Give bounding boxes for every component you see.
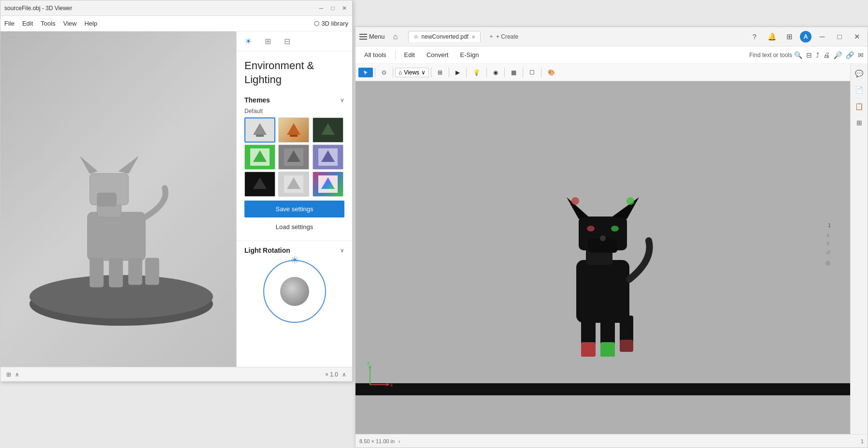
svg-rect-11 xyxy=(145,258,159,285)
theme-item-4[interactable] xyxy=(244,145,275,170)
user-avatar[interactable]: A xyxy=(800,31,811,43)
table-tab-icon[interactable]: ⊟ xyxy=(281,35,293,47)
model-tool-button[interactable]: ◉ xyxy=(489,67,502,78)
convert-button[interactable]: Convert xyxy=(422,49,454,60)
themes-section-header[interactable]: Themes ∨ xyxy=(244,96,344,104)
link-icon[interactable]: 🔗 xyxy=(846,51,854,59)
menu-tools[interactable]: Tools xyxy=(41,20,55,27)
all-tools-button[interactable]: All tools xyxy=(359,49,391,60)
window-controls: ─ □ ✕ xyxy=(317,4,348,12)
pdf-menu-button[interactable]: Menu xyxy=(359,33,385,40)
close-button[interactable]: ✕ xyxy=(341,4,348,12)
scroll-up-icon[interactable]: ∧ xyxy=(826,232,830,239)
menu-label: Menu xyxy=(369,33,385,40)
pdf-main-toolbar: All tools Edit Convert E-Sign Find text … xyxy=(356,46,868,64)
color-tool-button[interactable]: 🎨 xyxy=(543,67,559,78)
pdf-right-sidebar: 💬 📄 📋 ⊞ xyxy=(850,64,868,434)
3d-library-button[interactable]: ⬡ 3D library xyxy=(314,20,348,27)
save-settings-button[interactable]: Save settings xyxy=(244,201,344,217)
pdf-close-button[interactable]: ✕ xyxy=(850,30,864,43)
toolbar-separator xyxy=(395,50,396,60)
sun-tab-icon[interactable]: ☀ xyxy=(242,35,254,47)
pdf-maximize-button[interactable]: □ xyxy=(833,30,846,43)
apps-icon[interactable]: ⊞ xyxy=(783,30,796,43)
theme-item-7[interactable] xyxy=(244,172,275,197)
theme-item-3[interactable] xyxy=(313,117,343,143)
panel-tabs: ☀ ⊞ ⊟ xyxy=(237,31,352,51)
statusbar-icon: ⊞ xyxy=(6,371,11,378)
content-panel-icon[interactable]: 📋 xyxy=(853,100,866,113)
pdf-content-area: ⊙ ⌂ Views ∨ ⊞ ▶ 💡 ◉ ▦ ☐ xyxy=(356,64,868,434)
search-icon[interactable]: 🔍 xyxy=(794,51,802,59)
orbit-tool-button[interactable]: ⊙ xyxy=(377,67,391,78)
light-rotation-label: Light Rotation xyxy=(244,246,290,254)
pdf-home-button[interactable]: ⌂ xyxy=(389,30,402,43)
pdf-minimize-button[interactable]: ─ xyxy=(815,30,829,43)
edit-button[interactable]: Edit xyxy=(399,49,420,60)
zoom-icon[interactable]: 🔎 xyxy=(834,51,842,59)
load-settings-button[interactable]: Load settings xyxy=(244,219,344,234)
mail-icon[interactable]: ✉ xyxy=(858,51,864,59)
pdf-3d-canvas[interactable]: x y 1 ∧ ∨ ↺ ⊕ xyxy=(356,81,850,434)
help-icon[interactable]: ? xyxy=(748,30,761,43)
theme-item-8[interactable] xyxy=(278,172,309,197)
star-icon: ☆ xyxy=(413,33,419,40)
window-title: sourceFile.obj - 3D Viewer xyxy=(4,5,72,12)
svg-rect-10 xyxy=(128,258,142,285)
pdf-current-tab[interactable]: ☆ newConverted.pdf ✕ xyxy=(408,31,481,42)
svg-rect-13 xyxy=(256,135,264,137)
light-rotation-dial[interactable]: ☀ xyxy=(263,260,326,323)
svg-rect-32 xyxy=(576,260,629,323)
tb3d-sep-7 xyxy=(504,68,505,77)
menu-file[interactable]: File xyxy=(4,20,14,27)
theme-item-2[interactable] xyxy=(278,117,309,143)
theme-item-5[interactable] xyxy=(278,145,309,170)
play-tool-button[interactable]: ▶ xyxy=(451,67,464,78)
scroll-down-icon[interactable]: ∨ xyxy=(826,240,830,246)
menu-view[interactable]: View xyxy=(63,20,77,27)
menu-help[interactable]: Help xyxy=(85,20,98,27)
theme-item-6[interactable] xyxy=(313,145,343,170)
tools-panel-icon[interactable]: ⊞ xyxy=(853,116,866,130)
search-label: Find text or tools xyxy=(749,52,792,58)
light-rotation-header[interactable]: Light Rotation ∨ xyxy=(244,246,344,254)
esign-button[interactable]: E-Sign xyxy=(455,49,484,60)
statusbar-3d: ⊞ ∧ × 1.0 ∧ xyxy=(0,367,352,381)
share-icon[interactable]: ⤴ xyxy=(816,51,819,59)
pdf-new-tab-button[interactable]: ＋ + Create xyxy=(484,30,522,43)
texture-tool-button[interactable]: ▦ xyxy=(507,67,521,78)
svg-point-38 xyxy=(626,197,634,205)
plus-icon: ＋ xyxy=(488,32,494,41)
background-tool-button[interactable]: ☐ xyxy=(525,67,539,78)
zoom-in-icon[interactable]: ⊕ xyxy=(825,259,831,267)
bookmark-icon[interactable]: ⊟ xyxy=(806,51,812,59)
light-rotation-chevron-icon: ∨ xyxy=(340,247,344,254)
themes-label: Themes xyxy=(244,96,270,104)
create-label: + Create xyxy=(496,33,518,40)
svg-rect-7 xyxy=(97,193,116,206)
print-icon[interactable]: 🖨 xyxy=(823,51,830,59)
viewer-3d-window: sourceFile.obj - 3D Viewer ─ □ ✕ File Ed… xyxy=(0,0,353,382)
menu-edit[interactable]: Edit xyxy=(22,20,33,27)
light-tool-button[interactable]: 💡 xyxy=(469,67,484,78)
pdf-titlebar: Menu ⌂ ☆ newConverted.pdf ✕ ＋ + Create ?… xyxy=(356,27,868,46)
pages-panel-icon[interactable]: 📄 xyxy=(853,83,866,97)
svg-text:x: x xyxy=(390,382,393,388)
pdf-tab-close-button[interactable]: ✕ xyxy=(471,34,475,40)
refresh-icon[interactable]: ↺ xyxy=(825,249,830,256)
views-dropdown[interactable]: ⌂ Views ∨ xyxy=(395,68,429,77)
viewport-3d[interactable] xyxy=(0,31,236,367)
pdf-viewer-window: Menu ⌂ ☆ newConverted.pdf ✕ ＋ + Create ?… xyxy=(355,27,868,448)
cursor-tool-button[interactable] xyxy=(358,68,373,77)
comments-panel-icon[interactable]: 💬 xyxy=(853,67,866,80)
notifications-icon[interactable]: 🔔 xyxy=(765,30,779,43)
svg-rect-46 xyxy=(581,342,596,357)
maximize-button[interactable]: □ xyxy=(329,4,337,12)
theme-item-1[interactable] xyxy=(244,117,275,143)
pdf-3d-figure xyxy=(542,183,663,386)
scroll-left-icon[interactable]: ‹ xyxy=(398,438,400,444)
rotate-tool-button[interactable]: ⊞ xyxy=(433,67,447,78)
theme-item-9[interactable] xyxy=(313,172,343,197)
grid-tab-icon[interactable]: ⊞ xyxy=(262,35,273,47)
minimize-button[interactable]: ─ xyxy=(317,4,325,12)
